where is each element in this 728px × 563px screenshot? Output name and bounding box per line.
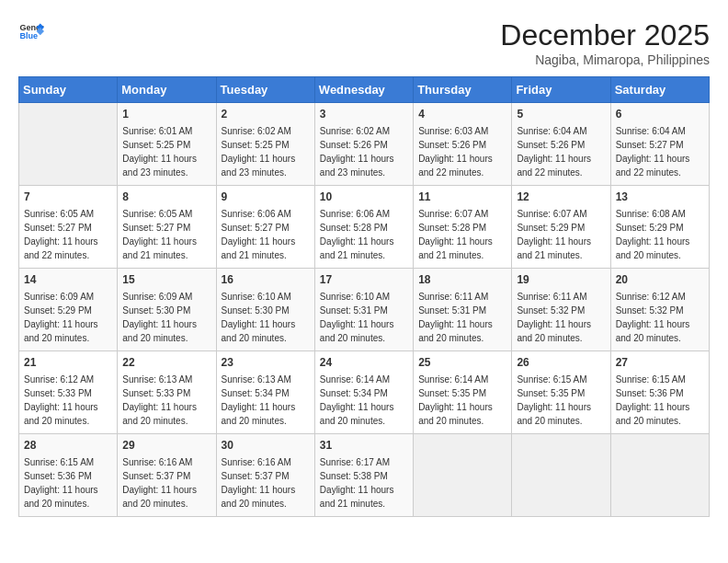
day-number: 30 xyxy=(222,438,310,454)
day-number: 15 xyxy=(122,272,210,288)
page-header: General Blue December 2025 Nagiba, Mimar… xyxy=(18,18,710,67)
day-number: 10 xyxy=(320,190,408,205)
calendar-cell: 31Sunrise: 6:17 AM Sunset: 5:38 PM Dayli… xyxy=(314,434,413,517)
day-number: 19 xyxy=(517,272,605,288)
day-number: 11 xyxy=(418,190,506,205)
calendar-cell: 25Sunrise: 6:14 AM Sunset: 5:35 PM Dayli… xyxy=(414,351,512,434)
day-info: Sunrise: 6:12 AM Sunset: 5:32 PM Dayligh… xyxy=(616,292,690,343)
page-title: December 2025 xyxy=(500,18,710,52)
day-info: Sunrise: 6:02 AM Sunset: 5:25 PM Dayligh… xyxy=(222,126,296,178)
day-number: 25 xyxy=(418,355,506,371)
day-info: Sunrise: 6:15 AM Sunset: 5:36 PM Dayligh… xyxy=(616,374,690,426)
calendar-cell: 5Sunrise: 6:04 AM Sunset: 5:26 PM Daylig… xyxy=(512,103,610,186)
day-number: 4 xyxy=(418,107,506,122)
day-number: 13 xyxy=(616,190,704,205)
calendar-cell: 7Sunrise: 6:05 AM Sunset: 5:27 PM Daylig… xyxy=(19,186,118,269)
day-number: 23 xyxy=(222,355,310,371)
calendar-table: SundayMondayTuesdayWednesdayThursdayFrid… xyxy=(18,76,710,517)
calendar-cell: 30Sunrise: 6:16 AM Sunset: 5:37 PM Dayli… xyxy=(216,434,314,517)
day-info: Sunrise: 6:14 AM Sunset: 5:35 PM Dayligh… xyxy=(418,374,493,426)
calendar-cell: 23Sunrise: 6:13 AM Sunset: 5:34 PM Dayli… xyxy=(216,351,314,434)
logo: General Blue xyxy=(18,18,44,44)
day-info: Sunrise: 6:09 AM Sunset: 5:29 PM Dayligh… xyxy=(24,292,98,343)
day-number: 24 xyxy=(320,355,408,371)
day-number: 26 xyxy=(517,355,605,371)
day-number: 5 xyxy=(517,107,605,122)
day-info: Sunrise: 6:05 AM Sunset: 5:27 PM Dayligh… xyxy=(122,209,197,260)
calendar-cell: 24Sunrise: 6:14 AM Sunset: 5:34 PM Dayli… xyxy=(314,351,413,434)
day-info: Sunrise: 6:17 AM Sunset: 5:38 PM Dayligh… xyxy=(320,457,394,509)
calendar-cell: 17Sunrise: 6:10 AM Sunset: 5:31 PM Dayli… xyxy=(314,269,413,351)
weekday-header-monday: Monday xyxy=(118,77,216,103)
day-info: Sunrise: 6:05 AM Sunset: 5:27 PM Dayligh… xyxy=(24,209,98,260)
day-info: Sunrise: 6:03 AM Sunset: 5:26 PM Dayligh… xyxy=(418,126,493,178)
day-number: 9 xyxy=(222,190,310,205)
day-number: 21 xyxy=(24,355,112,371)
calendar-cell: 10Sunrise: 6:06 AM Sunset: 5:28 PM Dayli… xyxy=(314,186,413,269)
calendar-cell: 1Sunrise: 6:01 AM Sunset: 5:25 PM Daylig… xyxy=(118,103,216,186)
calendar-cell xyxy=(414,434,512,517)
calendar-cell: 20Sunrise: 6:12 AM Sunset: 5:32 PM Dayli… xyxy=(610,269,709,351)
day-number: 28 xyxy=(24,438,112,454)
day-number: 3 xyxy=(320,107,408,122)
calendar-cell: 19Sunrise: 6:11 AM Sunset: 5:32 PM Dayli… xyxy=(512,269,610,351)
weekday-header-saturday: Saturday xyxy=(610,77,709,103)
calendar-cell xyxy=(19,103,118,186)
calendar-cell: 28Sunrise: 6:15 AM Sunset: 5:36 PM Dayli… xyxy=(19,434,118,517)
calendar-cell: 12Sunrise: 6:07 AM Sunset: 5:29 PM Dayli… xyxy=(512,186,610,269)
day-info: Sunrise: 6:04 AM Sunset: 5:27 PM Dayligh… xyxy=(616,126,690,178)
day-info: Sunrise: 6:13 AM Sunset: 5:34 PM Dayligh… xyxy=(222,374,296,426)
day-number: 14 xyxy=(24,272,112,288)
calendar-cell: 4Sunrise: 6:03 AM Sunset: 5:26 PM Daylig… xyxy=(414,103,512,186)
day-info: Sunrise: 6:06 AM Sunset: 5:28 PM Dayligh… xyxy=(320,209,394,260)
day-number: 12 xyxy=(517,190,605,205)
weekday-header-wednesday: Wednesday xyxy=(314,77,413,103)
day-info: Sunrise: 6:16 AM Sunset: 5:37 PM Dayligh… xyxy=(222,457,296,509)
calendar-cell: 22Sunrise: 6:13 AM Sunset: 5:33 PM Dayli… xyxy=(118,351,216,434)
day-info: Sunrise: 6:02 AM Sunset: 5:26 PM Dayligh… xyxy=(320,126,394,178)
day-number: 7 xyxy=(24,190,112,205)
weekday-header-thursday: Thursday xyxy=(414,77,512,103)
calendar-cell: 21Sunrise: 6:12 AM Sunset: 5:33 PM Dayli… xyxy=(19,351,118,434)
weekday-header-friday: Friday xyxy=(512,77,610,103)
calendar-cell xyxy=(512,434,610,517)
calendar-week-row: 14Sunrise: 6:09 AM Sunset: 5:29 PM Dayli… xyxy=(19,269,710,351)
calendar-cell: 27Sunrise: 6:15 AM Sunset: 5:36 PM Dayli… xyxy=(610,351,709,434)
calendar-cell: 14Sunrise: 6:09 AM Sunset: 5:29 PM Dayli… xyxy=(19,269,118,351)
title-section: December 2025 Nagiba, Mimaropa, Philippi… xyxy=(500,18,710,67)
day-info: Sunrise: 6:08 AM Sunset: 5:29 PM Dayligh… xyxy=(616,209,690,260)
calendar-cell: 9Sunrise: 6:06 AM Sunset: 5:27 PM Daylig… xyxy=(216,186,314,269)
weekday-header-tuesday: Tuesday xyxy=(216,77,314,103)
weekday-header-sunday: Sunday xyxy=(19,77,118,103)
day-info: Sunrise: 6:16 AM Sunset: 5:37 PM Dayligh… xyxy=(122,457,197,509)
day-number: 8 xyxy=(122,190,210,205)
calendar-cell: 15Sunrise: 6:09 AM Sunset: 5:30 PM Dayli… xyxy=(118,269,216,351)
calendar-cell xyxy=(610,434,709,517)
day-info: Sunrise: 6:13 AM Sunset: 5:33 PM Dayligh… xyxy=(122,374,197,426)
day-number: 20 xyxy=(616,272,704,288)
day-info: Sunrise: 6:04 AM Sunset: 5:26 PM Dayligh… xyxy=(517,126,591,178)
day-info: Sunrise: 6:15 AM Sunset: 5:35 PM Dayligh… xyxy=(517,374,591,426)
calendar-cell: 11Sunrise: 6:07 AM Sunset: 5:28 PM Dayli… xyxy=(414,186,512,269)
calendar-week-row: 7Sunrise: 6:05 AM Sunset: 5:27 PM Daylig… xyxy=(19,186,710,269)
day-info: Sunrise: 6:10 AM Sunset: 5:30 PM Dayligh… xyxy=(222,292,296,343)
day-number: 27 xyxy=(616,355,704,371)
day-info: Sunrise: 6:06 AM Sunset: 5:27 PM Dayligh… xyxy=(222,209,296,260)
day-info: Sunrise: 6:07 AM Sunset: 5:28 PM Dayligh… xyxy=(418,209,493,260)
day-number: 16 xyxy=(222,272,310,288)
day-info: Sunrise: 6:15 AM Sunset: 5:36 PM Dayligh… xyxy=(24,457,98,509)
calendar-header-row: SundayMondayTuesdayWednesdayThursdayFrid… xyxy=(19,77,710,103)
day-info: Sunrise: 6:10 AM Sunset: 5:31 PM Dayligh… xyxy=(320,292,394,343)
day-info: Sunrise: 6:14 AM Sunset: 5:34 PM Dayligh… xyxy=(320,374,394,426)
day-number: 31 xyxy=(320,438,408,454)
calendar-cell: 8Sunrise: 6:05 AM Sunset: 5:27 PM Daylig… xyxy=(118,186,216,269)
svg-text:Blue: Blue xyxy=(19,31,38,40)
calendar-week-row: 1Sunrise: 6:01 AM Sunset: 5:25 PM Daylig… xyxy=(19,103,710,186)
page-subtitle: Nagiba, Mimaropa, Philippines xyxy=(500,52,710,67)
calendar-week-row: 21Sunrise: 6:12 AM Sunset: 5:33 PM Dayli… xyxy=(19,351,710,434)
day-number: 2 xyxy=(222,107,310,122)
calendar-cell: 18Sunrise: 6:11 AM Sunset: 5:31 PM Dayli… xyxy=(414,269,512,351)
day-number: 1 xyxy=(122,107,210,122)
day-number: 22 xyxy=(122,355,210,371)
calendar-cell: 26Sunrise: 6:15 AM Sunset: 5:35 PM Dayli… xyxy=(512,351,610,434)
